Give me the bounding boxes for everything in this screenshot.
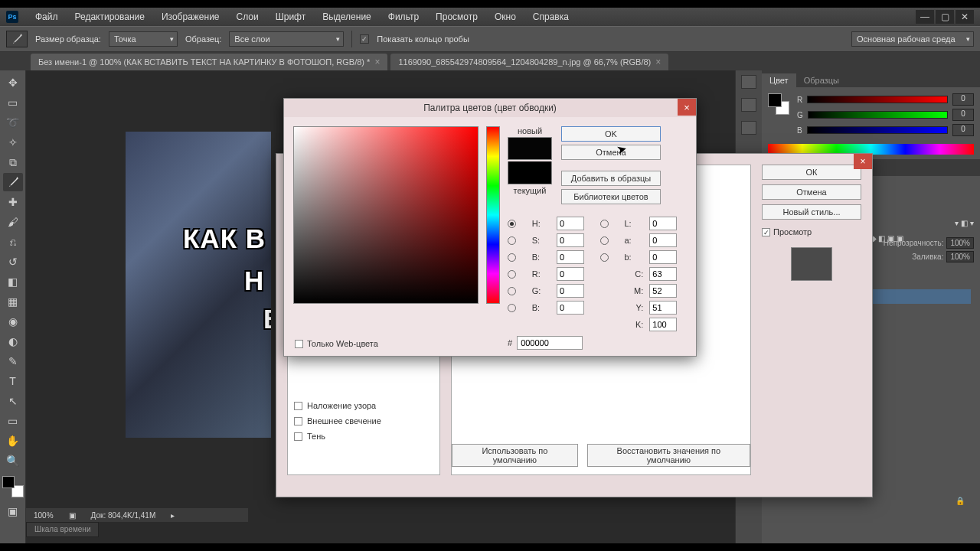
- s-radio[interactable]: [508, 236, 516, 245]
- restore-default-button[interactable]: Восстановить значения по умолчанию: [587, 444, 750, 467]
- h-radio[interactable]: [508, 220, 516, 228]
- m-input[interactable]: [649, 284, 677, 298]
- mini-fg-swatch[interactable]: [768, 93, 782, 107]
- eyedropper-icon[interactable]: [6, 31, 28, 47]
- wand-tool[interactable]: ✧: [3, 133, 23, 152]
- zoom-tool[interactable]: 🔍: [3, 452, 23, 470]
- menu-view[interactable]: Просмотр: [428, 8, 485, 25]
- menu-type[interactable]: Шрифт: [268, 8, 313, 25]
- menu-window[interactable]: Окно: [487, 8, 524, 25]
- g-slider[interactable]: [808, 111, 948, 119]
- a-radio[interactable]: [600, 236, 609, 245]
- menu-file[interactable]: Файл: [28, 8, 66, 25]
- canvas-document[interactable]: КАК В Н В: [126, 132, 271, 438]
- h-input[interactable]: [557, 217, 584, 230]
- opacity-value[interactable]: 100%: [946, 237, 974, 249]
- menu-edit[interactable]: Редактирование: [67, 8, 152, 25]
- bv-radio[interactable]: [508, 253, 516, 262]
- minimize-button[interactable]: —: [916, 10, 934, 24]
- eraser-tool[interactable]: ◧: [3, 272, 23, 291]
- path-tool[interactable]: ↖: [3, 392, 23, 410]
- dock-icon-1[interactable]: [741, 75, 756, 89]
- timeline-panel-tab[interactable]: Шкала времени: [26, 522, 99, 537]
- maximize-button[interactable]: ▢: [936, 10, 954, 24]
- effect-drop-shadow[interactable]: Тень: [288, 429, 439, 444]
- effect-pattern-overlay[interactable]: Наложение узора: [288, 398, 439, 413]
- sample-select[interactable]: Все слои: [229, 31, 344, 47]
- close-button[interactable]: ✕: [956, 10, 974, 24]
- saturation-brightness-field[interactable]: [293, 126, 479, 304]
- current-color-swatch[interactable]: [508, 161, 552, 184]
- foreground-color-swatch[interactable]: [2, 476, 15, 488]
- b-value[interactable]: 0: [952, 124, 974, 136]
- tab-color[interactable]: Цвет: [762, 73, 796, 87]
- history-brush-tool[interactable]: ↺: [3, 253, 23, 271]
- quick-mask-tool[interactable]: ▣: [3, 502, 23, 520]
- g-input[interactable]: [557, 284, 584, 298]
- zoom-level[interactable]: 100%: [34, 511, 54, 520]
- web-only-checkbox[interactable]: Только Web-цвета: [295, 339, 378, 348]
- checkbox[interactable]: [294, 432, 302, 441]
- b-radio[interactable]: [600, 253, 609, 262]
- menu-layers[interactable]: Слои: [229, 8, 266, 25]
- shape-tool[interactable]: ▭: [3, 412, 23, 430]
- r-radio[interactable]: [508, 270, 516, 279]
- doc-tab-2[interactable]: 1169090_685542974809564_1204804289_n.jpg…: [390, 54, 668, 70]
- color-libraries-button[interactable]: Библиотеки цветов: [561, 189, 661, 204]
- use-default-button[interactable]: Использовать по умолчанию: [452, 444, 578, 467]
- k-input[interactable]: [649, 318, 677, 331]
- brush-tool[interactable]: 🖌: [3, 213, 23, 231]
- ok-button[interactable]: OK: [561, 126, 661, 142]
- new-style-button[interactable]: Новый стиль...: [762, 204, 861, 220]
- dock-icon-2[interactable]: [741, 98, 756, 112]
- g-value[interactable]: 0: [952, 109, 974, 121]
- preview-checkbox[interactable]: ✓Просмотр: [762, 227, 861, 236]
- g-radio[interactable]: [508, 287, 516, 295]
- menu-filter[interactable]: Фильтр: [381, 8, 426, 25]
- menu-image[interactable]: Изображение: [154, 8, 227, 25]
- menu-help[interactable]: Справка: [525, 8, 577, 25]
- marquee-tool[interactable]: ▭: [3, 93, 23, 112]
- checkbox[interactable]: [294, 402, 302, 410]
- mini-swatch[interactable]: [768, 93, 789, 115]
- hand-tool[interactable]: ✋: [3, 432, 23, 450]
- tab-swatches[interactable]: Образцы: [796, 73, 847, 87]
- a-input[interactable]: [649, 233, 677, 247]
- s-input[interactable]: [557, 233, 584, 247]
- c-input[interactable]: [649, 267, 677, 281]
- effect-outer-glow[interactable]: Внешнее свечение: [288, 413, 439, 429]
- crop-tool[interactable]: ⧉: [3, 153, 23, 171]
- close-icon[interactable]: ×: [374, 57, 380, 67]
- stamp-tool[interactable]: ⎌: [3, 233, 23, 251]
- hex-input[interactable]: [517, 336, 583, 350]
- menu-select[interactable]: Выделение: [315, 8, 379, 25]
- type-tool[interactable]: T: [3, 372, 23, 390]
- pen-tool[interactable]: ✎: [3, 352, 23, 370]
- gradient-tool[interactable]: ▦: [3, 292, 23, 311]
- cancel-button[interactable]: Отмена: [762, 184, 861, 200]
- close-button[interactable]: ×: [854, 154, 872, 169]
- close-button[interactable]: ×: [678, 99, 696, 116]
- b2-radio[interactable]: [508, 304, 516, 312]
- y-input[interactable]: [649, 301, 677, 315]
- ok-button[interactable]: ОК: [762, 165, 861, 180]
- chevron-right-icon[interactable]: ▸: [171, 511, 175, 520]
- eyedropper-tool[interactable]: [3, 173, 23, 191]
- dock-icon-3[interactable]: [741, 121, 756, 135]
- fill-value[interactable]: 100%: [946, 251, 974, 262]
- checkbox[interactable]: [294, 417, 302, 425]
- blur-tool[interactable]: ◉: [3, 312, 23, 331]
- add-to-swatches-button[interactable]: Добавить в образцы: [561, 171, 661, 186]
- close-icon[interactable]: ×: [655, 57, 661, 67]
- l-input[interactable]: [649, 217, 677, 230]
- sample-size-select[interactable]: Точка: [109, 31, 178, 47]
- hue-slider[interactable]: [486, 126, 500, 304]
- heal-tool[interactable]: ✚: [3, 193, 23, 211]
- cancel-button[interactable]: Отмена: [561, 145, 661, 160]
- b-input[interactable]: [557, 301, 584, 315]
- r-slider[interactable]: [807, 96, 948, 103]
- doc-tab-1[interactable]: Без имени-1 @ 100% (КАК ВСТАВИТЬ ТЕКСТ Н…: [31, 54, 387, 70]
- bv-input[interactable]: [557, 250, 584, 264]
- l-radio[interactable]: [600, 220, 609, 228]
- color-swatches[interactable]: [2, 476, 24, 497]
